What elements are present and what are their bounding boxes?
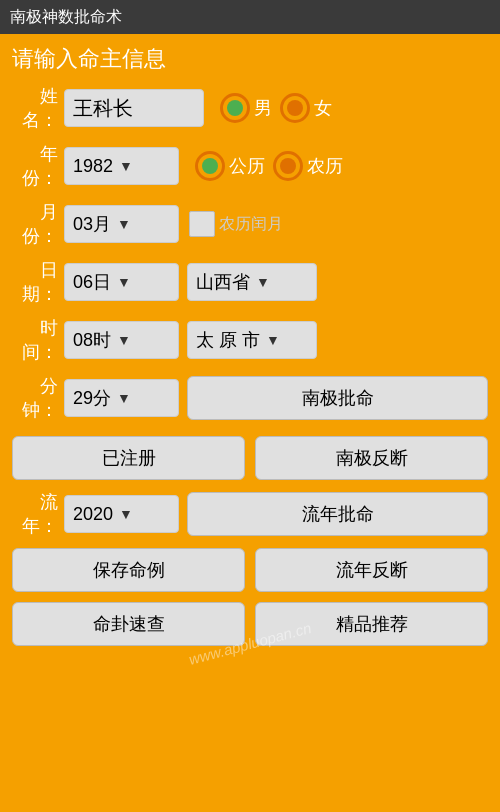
minute-dropdown[interactable]: 29分 ▼: [64, 379, 179, 417]
nanyu-piming-button[interactable]: 南极批命: [187, 376, 488, 420]
month-label: 月份：: [12, 200, 58, 248]
lunar-leap-checkbox[interactable]: [189, 211, 215, 237]
calendar-lunar-circle: [273, 151, 303, 181]
liuyear-piming-button[interactable]: 流年批命: [187, 492, 488, 536]
name-row: 姓名： 王科长 男 女: [12, 84, 488, 132]
form-area: 姓名： 王科长 男 女 年份： 1982 ▼: [0, 80, 500, 436]
lunar-leap-group: 农历闰月: [189, 211, 283, 237]
save-cmd-button[interactable]: 保存命例: [12, 548, 245, 592]
day-row: 日期： 06日 ▼ 山西省 ▼: [12, 258, 488, 306]
calendar-lunar-dot: [280, 158, 296, 174]
time-arrow-icon: ▼: [117, 332, 131, 348]
calendar-solar[interactable]: 公历: [195, 151, 265, 181]
month-dropdown[interactable]: 03月 ▼: [64, 205, 179, 243]
name-input[interactable]: 王科长: [64, 89, 204, 127]
title-text: 南极神数批命术: [10, 7, 122, 28]
gender-female[interactable]: 女: [280, 93, 332, 123]
minute-label: 分钟：: [12, 374, 58, 422]
month-row: 月份： 03月 ▼ 农历闰月: [12, 200, 488, 248]
nanyu-fanduan-button[interactable]: 南极反断: [255, 436, 488, 480]
gender-male-circle: [220, 93, 250, 123]
liuyear-arrow-icon: ▼: [119, 506, 133, 522]
gender-male-dot: [227, 100, 243, 116]
day-dropdown[interactable]: 06日 ▼: [64, 263, 179, 301]
liuyear-label: 流年：: [12, 490, 58, 538]
city-dropdown[interactable]: 太 原 市 ▼: [187, 321, 317, 359]
day-arrow-icon: ▼: [117, 274, 131, 290]
registered-button[interactable]: 已注册: [12, 436, 245, 480]
month-arrow-icon: ▼: [117, 216, 131, 232]
province-arrow-icon: ▼: [256, 274, 270, 290]
year-row: 年份： 1982 ▼ 公历 农历: [12, 142, 488, 190]
calendar-solar-circle: [195, 151, 225, 181]
city-arrow-icon: ▼: [266, 332, 280, 348]
time-dropdown[interactable]: 08时 ▼: [64, 321, 179, 359]
time-row: 时间： 08时 ▼ 太 原 市 ▼: [12, 316, 488, 364]
day-label: 日期：: [12, 258, 58, 306]
jingpin-tuijian-button[interactable]: 精品推荐: [255, 602, 488, 646]
year-arrow-icon: ▼: [119, 158, 133, 174]
lunar-leap-label: 农历闰月: [219, 214, 283, 235]
minute-row: 分钟： 29分 ▼ 南极批命: [12, 374, 488, 422]
save-row: 保存命例 流年反断: [12, 548, 488, 592]
liuyear-fanduan-button[interactable]: 流年反断: [255, 548, 488, 592]
minggua-sucha-button[interactable]: 命卦速查: [12, 602, 245, 646]
gender-male-label: 男: [254, 96, 272, 120]
minute-arrow-icon: ▼: [117, 390, 131, 406]
calendar-group: 公历 农历: [187, 151, 343, 181]
calendar-lunar-label: 农历: [307, 154, 343, 178]
calendar-lunar[interactable]: 农历: [273, 151, 343, 181]
liuyear-row: 流年： 2020 ▼ 流年批命: [12, 490, 488, 538]
title-bar: 南极神数批命术: [0, 0, 500, 34]
gender-male[interactable]: 男: [220, 93, 272, 123]
liuyear-dropdown[interactable]: 2020 ▼: [64, 495, 179, 533]
registered-row: 已注册 南极反断: [12, 436, 488, 480]
name-label: 姓名：: [12, 84, 58, 132]
calendar-solar-dot: [202, 158, 218, 174]
gender-group: 男 女: [212, 93, 332, 123]
province-dropdown[interactable]: 山西省 ▼: [187, 263, 317, 301]
bottom-row: 命卦速查 精品推荐: [12, 602, 488, 646]
subtitle: 请输入命主信息: [0, 34, 500, 80]
gender-female-circle: [280, 93, 310, 123]
year-label: 年份：: [12, 142, 58, 190]
gender-female-dot: [287, 100, 303, 116]
gender-female-label: 女: [314, 96, 332, 120]
time-label: 时间：: [12, 316, 58, 364]
calendar-solar-label: 公历: [229, 154, 265, 178]
year-dropdown[interactable]: 1982 ▼: [64, 147, 179, 185]
